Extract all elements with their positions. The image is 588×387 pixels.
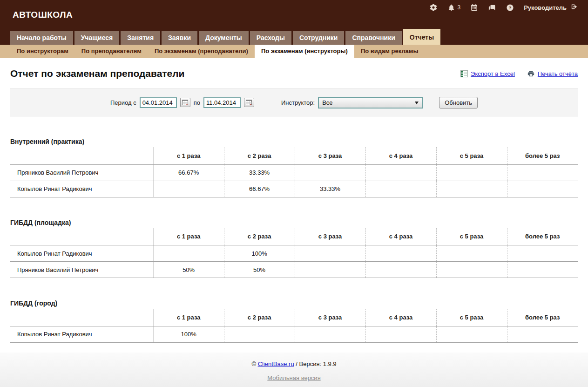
period-from-label: Период с [110, 99, 136, 106]
column-header: с 4 раза [365, 309, 436, 326]
report-section: ГИБДД (площадка) с 1 разас 2 разас 3 раз… [10, 219, 578, 278]
percentage-cell [153, 181, 224, 197]
percentage-cell: 100% [153, 326, 224, 342]
instructor-label: Инструктор: [281, 99, 315, 106]
page-actions: Экспорт в Excel Печать отчёта [460, 70, 578, 77]
section-title: ГИБДД (площадка) [10, 219, 578, 226]
column-header: с 5 раза [436, 147, 507, 164]
percentage-cell [365, 245, 436, 262]
column-header: с 1 раза [153, 228, 224, 245]
column-header: более 5 раз [507, 309, 578, 326]
page-footer: © ClientBase.ru / Версия: 1.9.9 Мобильна… [0, 353, 588, 387]
percentage-cell [436, 326, 507, 342]
teacher-name: Пряников Василий Петрович [10, 262, 153, 278]
tab-otchety[interactable]: Отчеты [403, 29, 440, 45]
copyright-line: © ClientBase.ru / Версия: 1.9.9 [0, 360, 588, 367]
column-header: более 5 раз [507, 228, 578, 245]
teacher-name: Пряников Василий Петрович [10, 164, 153, 181]
column-header: с 2 раза [224, 228, 295, 245]
percentage-cell [507, 262, 578, 278]
percentage-cell: 33.33% [224, 164, 295, 181]
date-from-calendar-button[interactable] [180, 98, 190, 107]
mobile-version-link[interactable]: Мобильная версия [267, 374, 320, 381]
user-menu[interactable]: Руководитель [524, 3, 579, 13]
table-row: Копылов Ринат Радикович66.67%33.33% [10, 181, 578, 197]
percentage-cell [295, 326, 365, 342]
main-nav: Начало работы Учащиеся Занятия Заявки До… [10, 29, 588, 45]
percentage-cell [224, 326, 295, 342]
percentage-cell [436, 181, 507, 197]
notifications-count: 3 [457, 4, 460, 11]
print-report-label: Печать отчёта [538, 70, 578, 77]
period-filter: Период с по [110, 97, 254, 108]
percentage-cell: 100% [224, 245, 295, 262]
help-button[interactable]: ? [506, 4, 514, 12]
tab-spravochniki[interactable]: Справочники [345, 31, 401, 45]
column-header-empty [10, 147, 153, 164]
tab-nachalo-raboty[interactable]: Начало работы [10, 31, 73, 45]
user-role-label: Руководитель [524, 4, 567, 11]
teacher-name: Копылов Ринат Радикович [10, 245, 153, 262]
percentage-cell: 50% [224, 262, 295, 278]
calendar-button[interactable] [470, 4, 478, 12]
date-from-input[interactable] [140, 97, 177, 108]
report-sections: Внутренний (практика) с 1 разас 2 разас … [10, 138, 578, 343]
chat-icon [488, 4, 496, 12]
print-report-link[interactable]: Печать отчёта [527, 70, 578, 77]
percentage-cell [365, 262, 436, 278]
tab-uchashchiesya[interactable]: Учащиеся [74, 31, 120, 45]
percentage-cell [365, 164, 436, 181]
percentage-cell [365, 326, 436, 342]
copyright-symbol: © [251, 360, 256, 367]
subtab-po-ekzamenam-prepodavateli[interactable]: По экзаменам (преподаватели) [148, 45, 255, 58]
column-header: с 1 раза [153, 147, 224, 164]
percentage-cell [436, 262, 507, 278]
tab-sotrudniki[interactable]: Сотрудники [293, 31, 345, 45]
teacher-name: Копылов Ринат Радикович [10, 181, 153, 197]
column-header: с 5 раза [436, 228, 507, 245]
notifications-button[interactable]: 3 [447, 4, 460, 12]
report-table: с 1 разас 2 разас 3 разас 4 разас 5 раза… [10, 228, 578, 278]
percentage-cell: 66.67% [153, 164, 224, 181]
clientbase-link[interactable]: ClientBase.ru [258, 360, 294, 367]
percentage-cell [507, 164, 578, 181]
instructor-select[interactable]: Все [318, 97, 423, 109]
svg-text:?: ? [509, 5, 512, 10]
tab-zanyatiya[interactable]: Занятия [121, 31, 160, 45]
subtab-po-ekzamenam-instruktory[interactable]: По экзаменам (инструкторы) [255, 45, 354, 58]
percentage-cell: 50% [153, 262, 224, 278]
section-title: Внутренний (практика) [10, 138, 578, 145]
percentage-cell [153, 245, 224, 262]
percentage-cell [507, 245, 578, 262]
percentage-cell: 33.33% [295, 181, 365, 197]
gear-icon [429, 3, 438, 12]
tab-dokumenty[interactable]: Документы [199, 31, 249, 45]
subtab-po-instruktoram[interactable]: По инструкторам [10, 45, 75, 58]
subtab-po-vidam-reklamy[interactable]: По видам рекламы [354, 45, 425, 58]
date-to-calendar-button[interactable] [244, 98, 254, 107]
table-row: Копылов Ринат Радикович100% [10, 326, 578, 342]
brand-logo: АВТОШКОЛА [13, 10, 73, 20]
logout-icon [570, 3, 579, 13]
percentage-cell [295, 164, 365, 181]
tab-raskhody[interactable]: Расходы [250, 31, 291, 45]
export-excel-link[interactable]: Экспорт в Excel [460, 70, 515, 77]
report-section: Внутренний (практика) с 1 разас 2 разас … [10, 138, 578, 197]
excel-icon [460, 70, 468, 77]
subtab-po-prepodavatelyam[interactable]: По преподавателям [75, 45, 148, 58]
instructor-select-value: Все [322, 99, 332, 106]
date-to-input[interactable] [203, 97, 241, 108]
report-table: с 1 разас 2 разас 3 разас 4 разас 5 раза… [10, 309, 578, 343]
messages-button[interactable] [488, 4, 496, 12]
page-header: Отчет по экзаменам преподаватели Экспорт… [10, 68, 578, 79]
settings-button[interactable] [429, 3, 438, 12]
tab-zayavki[interactable]: Заявки [162, 31, 197, 45]
teacher-name: Копылов Ринат Радикович [10, 326, 153, 342]
percentage-cell [436, 245, 507, 262]
period-to-label: по [194, 99, 200, 106]
report-section: ГИБДД (город) с 1 разас 2 разас 3 разас … [10, 299, 578, 343]
table-header-row: с 1 разас 2 разас 3 разас 4 разас 5 раза… [10, 228, 578, 245]
refresh-button[interactable]: Обновить [439, 97, 478, 109]
column-header: с 3 раза [295, 309, 365, 326]
table-row: Пряников Василий Петрович50%50% [10, 262, 578, 278]
